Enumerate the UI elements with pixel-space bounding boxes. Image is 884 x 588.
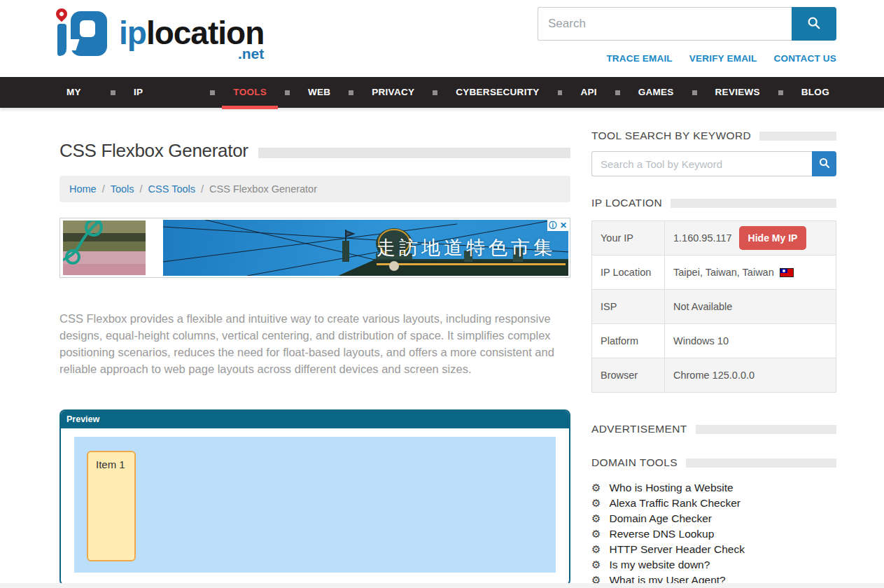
breadcrumb-css-tools[interactable]: CSS Tools [148,183,195,195]
nav-item-api[interactable]: API [573,77,603,108]
list-item-label: Alexa Traffic Rank Checker [609,497,741,510]
ad-controls: ⓘ ✕ [547,220,568,231]
tool-search-button[interactable] [812,151,836,176]
site-search-button[interactable] [792,7,836,41]
ad-info-icon[interactable]: ⓘ [547,220,559,231]
domain-tools-heading-label: DOMAIN TOOLS [591,456,678,469]
preview-panel-header: Preview [61,411,569,428]
tool-search-input[interactable] [591,151,812,176]
nav-separator [111,90,115,95]
gear-icon: ⚙ [591,514,601,524]
platform-value: Windows 10 [665,324,836,358]
nav-separator [433,90,437,95]
main-navigation: MY IP IP TRACKER TOOLS WEB PRIVACY CYBER… [0,77,884,108]
site-logo[interactable]: iplocation .net [55,7,264,64]
tool-search-heading: TOOL SEARCH BY KEYWORD [591,130,836,142]
nav-item-reviews[interactable]: REVIEWS [708,77,767,108]
nav-item-tools[interactable]: TOOLS [226,77,274,108]
nav-separator [285,90,290,95]
gear-icon: ⚙ [591,529,601,540]
nav-item-my-ip[interactable]: MY IP [59,77,99,108]
ad-banner[interactable]: 走訪地道特色市集 ⓘ ✕ [59,218,570,278]
site-search-input[interactable] [538,7,792,41]
browser-value: Chrome 125.0.0.0 [665,358,836,393]
verify-email-link[interactable]: VERIFY EMAIL [689,53,757,64]
nav-item-privacy[interactable]: PRIVACY [365,77,421,108]
nav-item-web[interactable]: WEB [301,77,337,108]
heading-decorative-bar [671,199,836,208]
contact-us-link[interactable]: CONTACT US [774,53,837,64]
site-header: iplocation .net TRACE EMAIL VERIFY EMAIL… [0,0,884,77]
domain-tool-website-down[interactable]: ⚙Is my website down? [591,557,836,573]
hide-my-ip-button[interactable]: Hide My IP [739,226,807,250]
gear-icon: ⚙ [591,498,601,509]
isp-value: Not Available [665,290,836,324]
row-label: ISP [592,290,665,324]
ad-left-photo [63,220,146,275]
table-row: Browser Chrome 125.0.0.0 [592,358,836,393]
your-ip-value: 1.160.95.117 [673,232,732,244]
list-item-label: Is my website down? [609,559,710,571]
search-icon [806,15,822,33]
breadcrumb-separator: / [140,183,143,195]
ip-location-heading: IP LOCATION [591,197,836,209]
list-item-label: Who is Hosting a Website [609,482,733,494]
table-row: Platform Windows 10 [592,324,836,358]
breadcrumb-separator: / [201,183,204,195]
domain-tool-domain-age[interactable]: ⚙Domain Age Checker [591,511,836,526]
nav-separator [558,90,563,95]
domain-tool-http-header[interactable]: ⚙HTTP Server Header Check [591,542,836,557]
nav-separator [778,90,783,95]
row-label: Browser [592,358,665,393]
nav-separator [210,90,215,95]
nav-item-ip-tracker[interactable]: IP TRACKER [127,77,199,108]
heading-decorative-bar [696,425,836,434]
advertisement-heading: ADVERTISEMENT [591,423,836,435]
list-item-label: Domain Age Checker [609,512,711,525]
domain-tool-reverse-dns[interactable]: ⚙Reverse DNS Lookup [591,526,836,542]
table-row: IP Location Taipei, Taiwan, Taiwan [592,255,836,290]
ad-creative-image: 走訪地道特色市集 ⓘ ✕ [163,220,568,276]
ip-location-table: Your IP 1.160.95.117Hide My IP IP Locati… [591,220,836,393]
ad-caption: 走訪地道特色市集 [377,235,556,260]
logo-text: iplocation .net [119,17,264,61]
row-label: Platform [592,324,665,358]
page-title: CSS Flexbox Generator [59,140,248,162]
list-item-label: HTTP Server Header Check [609,543,745,556]
table-row: Your IP 1.160.95.117Hide My IP [592,221,836,255]
advertisement-heading-label: ADVERTISEMENT [591,423,687,435]
logo-ip: ip [119,15,146,51]
tool-search-heading-label: TOOL SEARCH BY KEYWORD [591,130,751,142]
nav-item-cybersecurity[interactable]: CYBERSECURITY [449,77,546,108]
gear-icon: ⚙ [591,545,601,555]
gear-icon: ⚙ [591,560,601,570]
title-decorative-bar [258,148,570,158]
domain-tool-hosting[interactable]: ⚙Who is Hosting a Website [591,480,836,496]
flex-preview-container: Item 1 [74,437,556,573]
domain-tool-alexa-rank[interactable]: ⚙Alexa Traffic Rank Checker [591,496,836,511]
nav-separator [349,90,353,95]
row-label: Your IP [592,221,665,255]
logo-p-shape [71,11,107,56]
nav-item-blog[interactable]: BLOG [794,77,836,108]
list-item-label: Reverse DNS Lookup [609,528,714,540]
ip-location-heading-label: IP LOCATION [591,197,662,209]
nav-separator [615,90,620,95]
search-icon [818,157,831,172]
header-quick-links: TRACE EMAIL VERIFY EMAIL CONTACT US [606,53,836,64]
ip-location-value: Taipei, Taiwan, Taiwan [673,267,774,278]
taiwan-flag-icon [780,268,794,277]
breadcrumb-tools[interactable]: Tools [111,183,134,195]
nav-item-games[interactable]: GAMES [631,77,681,108]
ad-close-icon[interactable]: ✕ [559,220,568,231]
domain-tools-list: ⚙Who is Hosting a Website ⚙Alexa Traffic… [591,480,836,588]
domain-tools-heading: DOMAIN TOOLS [591,456,836,469]
tool-description: CSS Flexbox provides a flexible and intu… [59,310,563,377]
flex-preview-item-1[interactable]: Item 1 [87,451,136,561]
table-row: ISP Not Available [592,290,836,324]
heading-decorative-bar [686,458,836,468]
sidebar: TOOL SEARCH BY KEYWORD IP LOCATION Your … [591,130,836,588]
breadcrumb-home[interactable]: Home [69,183,97,195]
trace-email-link[interactable]: TRACE EMAIL [606,53,672,64]
nav-separator [692,90,697,95]
